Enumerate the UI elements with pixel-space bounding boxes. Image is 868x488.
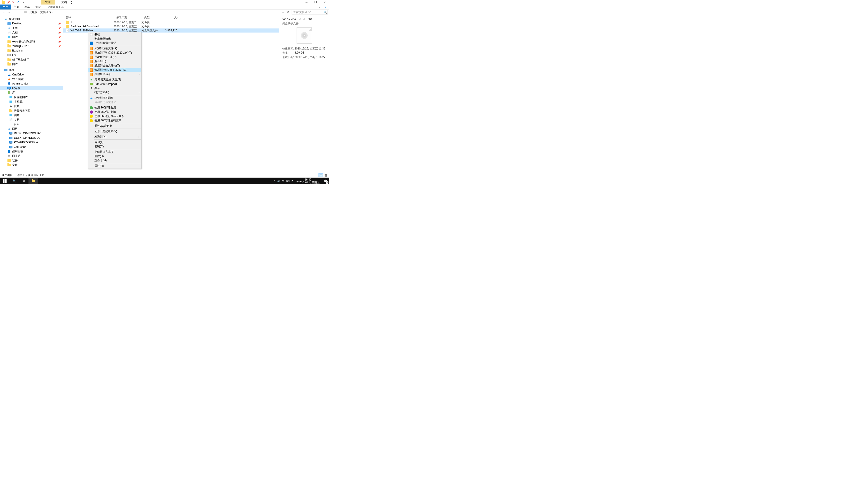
nav-documents[interactable]: 📄文档📌	[0, 30, 63, 35]
refresh-button[interactable]: ⟳	[286, 10, 291, 14]
ctx-delete[interactable]: 删除(D)	[88, 154, 141, 158]
file-row[interactable]: 1 2020/12/15, 星期二 1... 文件夹	[63, 20, 279, 24]
nav-local-pics[interactable]: 本机照片	[0, 99, 63, 104]
nav-pics3[interactable]: 图片	[0, 113, 63, 118]
ctx-notepad[interactable]: Edit with Notepad++	[88, 82, 141, 86]
tab-share[interactable]: 共享	[22, 4, 33, 9]
tab-view[interactable]: 查看	[33, 4, 43, 9]
ctx-properties[interactable]: 属性(R)	[88, 164, 141, 168]
maximize-button[interactable]: ❐	[311, 0, 320, 4]
back-button[interactable]: ←	[1, 10, 6, 14]
col-name[interactable]: 名称	[63, 15, 114, 20]
chevron-right-icon[interactable]: ›	[38, 11, 39, 14]
ctx-cut[interactable]: 剪切(T)	[88, 140, 141, 144]
task-view-button[interactable]: ⧉	[19, 177, 29, 184]
breadcrumb[interactable]: › 此电脑 › 文档 (E:) ›	[23, 10, 280, 14]
nav-g-drive[interactable]: G:\	[0, 53, 63, 57]
tray-flag-icon[interactable]: ⚑	[290, 177, 294, 184]
col-date[interactable]: 修改日期	[114, 15, 142, 20]
qat-delete-icon[interactable]: ✕	[11, 0, 16, 4]
nav-downloads[interactable]: ⬇下载📌	[0, 26, 63, 30]
ctx-bee[interactable]: ✦用 蜂蜜浏览器 浏览(3)	[88, 77, 141, 82]
minimize-button[interactable]: ─	[302, 0, 311, 4]
help-icon[interactable]: ?	[323, 4, 328, 9]
nav-desktop[interactable]: Desktop📌	[0, 21, 63, 26]
nav-software[interactable]: 软件	[0, 158, 63, 163]
nav-wps[interactable]: ◆WPS网盘	[0, 77, 63, 81]
qat-undo-icon[interactable]: ↶	[16, 0, 20, 4]
col-size[interactable]: 大小	[164, 15, 182, 20]
ctx-open-with[interactable]: 打开方式(H)›	[88, 90, 141, 95]
file-row[interactable]: BaiduNetdiskDownload 2020/12/25, 星期五 1..…	[63, 24, 279, 29]
ctx-add-archive[interactable]: 添加到压缩文件(A)...	[88, 46, 141, 51]
ctx-restore[interactable]: 还原以前的版本(V)	[88, 129, 141, 133]
start-button[interactable]	[0, 177, 9, 184]
nav-music[interactable]: ♪音乐	[0, 122, 63, 127]
nav-thispc[interactable]: 此电脑	[0, 86, 63, 90]
ctx-360-unlock[interactable]: 使用 360解除占用	[88, 105, 141, 110]
ctx-other-compress[interactable]: 其他压缩命令›	[88, 72, 141, 76]
nav-pc1[interactable]: DESKTOP-LSSOEDP	[0, 131, 63, 135]
qat-pin-icon[interactable]: 📌	[6, 0, 10, 4]
qat-dropdown-icon[interactable]: ▾	[21, 0, 25, 4]
taskbar-clock[interactable]: 16:32 2020/12/25, 星期五	[294, 178, 321, 184]
nav-control[interactable]: 控制面板	[0, 149, 63, 154]
nav-videos[interactable]: ▶视频	[0, 104, 63, 108]
ctx-burn[interactable]: 刻录光盘映像	[88, 37, 141, 41]
ctx-baidu[interactable]: ◉上传到百度网盘	[88, 96, 141, 100]
nav-onedrive[interactable]: ☁OneDrive	[0, 72, 63, 77]
view-details-button[interactable]: ☰	[318, 173, 323, 177]
nav-yunqishi[interactable]: YUNQISHI2019📌	[0, 44, 63, 48]
nav-excel[interactable]: excel表格制作求和📌	[0, 39, 63, 44]
nav-bandicam[interactable]: Bandicam	[0, 48, 63, 53]
nav-pictures2[interactable]: 图片	[0, 62, 63, 66]
search-button[interactable]: 🔍	[9, 177, 19, 184]
ctx-rename[interactable]: 重命名(M)	[88, 158, 141, 163]
nav-win7[interactable]: win7重装win7	[0, 57, 63, 62]
nav-desktop-root[interactable]: 桌面	[0, 68, 63, 72]
tab-file[interactable]: 文件	[0, 4, 11, 9]
tray-volume-icon[interactable]: 🔊	[276, 177, 281, 184]
ctx-share[interactable]: ⤴共享	[88, 86, 141, 90]
nav-pc2[interactable]: DESKTOP-NJEU3CG	[0, 135, 63, 140]
tab-disc-tools[interactable]: 光盘映像工具	[45, 4, 66, 9]
close-button[interactable]: ✕	[320, 0, 329, 4]
nav-network[interactable]: 🖧网络	[0, 127, 63, 131]
ctx-mount[interactable]: 装载	[88, 32, 141, 37]
recent-dropdown-icon[interactable]: ⌄	[12, 10, 17, 14]
ctx-youdao[interactable]: 上传到有道云笔记	[88, 41, 141, 45]
ctx-open-360[interactable]: 用360压缩打开(Q)	[88, 55, 141, 59]
nav-admin[interactable]: 👤Administrator	[0, 81, 63, 86]
forward-button[interactable]: →	[7, 10, 11, 14]
crumb-thispc[interactable]: 此电脑	[29, 10, 38, 14]
nav-pc4[interactable]: ZMT2019	[0, 144, 63, 149]
crumb-drive-e[interactable]: 文档 (E:)	[40, 10, 51, 14]
ctx-extract-named[interactable]: 解压到 Win7x64_2020\ (E)	[88, 68, 141, 72]
search-input[interactable]: 搜索"文档 (E:)" 🔍	[291, 10, 328, 14]
nav-recycle[interactable]: 🗑回收站	[0, 154, 63, 158]
ctx-extract-to[interactable]: 解压到(F)...	[88, 59, 141, 64]
nav-docs2[interactable]: 📄文档	[0, 118, 63, 122]
ctx-extract-here[interactable]: 解压到当前文件夹(X)	[88, 64, 141, 68]
chevron-right-icon[interactable]: ›	[28, 11, 29, 14]
col-type[interactable]: 类型	[142, 15, 164, 20]
ctx-qq[interactable]: 通过QQ发送到	[88, 124, 141, 128]
up-button[interactable]: ↑	[18, 10, 22, 14]
notifications-button[interactable]: 💬3	[321, 177, 329, 184]
nav-pc3[interactable]: PC-20190530OBLA	[0, 140, 63, 144]
nav-quick-access[interactable]: ★快速访问	[0, 17, 63, 21]
ctx-send-to[interactable]: 发送到(N)›	[88, 135, 141, 139]
ctx-add-zip[interactable]: 添加到 "Win7x64_2020.zip" (T)	[88, 51, 141, 55]
nav-library[interactable]: 库	[0, 90, 63, 95]
chevron-right-icon[interactable]: ›	[52, 11, 53, 14]
tab-home[interactable]: 主页	[11, 4, 22, 9]
address-dropdown-icon[interactable]: ⌄	[281, 10, 285, 14]
ctx-360-scan[interactable]: 使用 360进行木马云查杀	[88, 114, 141, 119]
nav-tianyi[interactable]: 天翼云盘下载	[0, 108, 63, 113]
view-thumbnails-button[interactable]: ▦	[323, 173, 328, 177]
nav-pictures[interactable]: 图片📌	[0, 35, 63, 39]
tray-keyboard-icon[interactable]: ⌨	[285, 177, 290, 184]
ctx-360-menu[interactable]: 使用 360管理右键菜单	[88, 119, 141, 123]
taskbar-explorer[interactable]	[29, 177, 38, 184]
tray-overflow-icon[interactable]: ⌃	[272, 177, 276, 184]
